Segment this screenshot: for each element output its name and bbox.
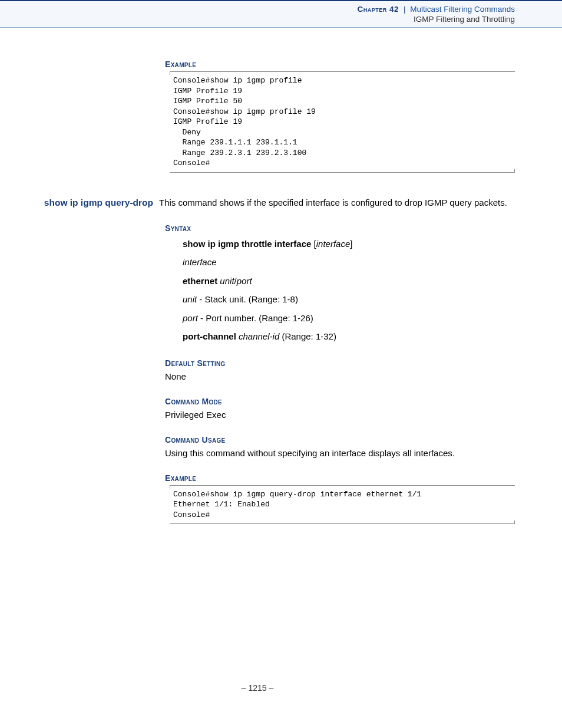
example-box-2: Console#show ip igmp query-drop interfac… [170,485,515,525]
port-desc: - Port number. (Range: 1-26) [198,313,313,323]
command-description: This command shows if the specified inte… [159,196,515,209]
example-heading-2: Example [165,473,515,483]
chapter-subtitle: IGMP Filtering and Throttling [0,14,515,24]
portchannel-label: port-channel [183,331,236,341]
command-mode-body: Privileged Exec [165,409,515,421]
syntax-bracket-close: ] [350,239,352,249]
example-heading-1: Example [165,60,515,69]
interface-label: interface [183,257,217,267]
command-block: show ip igmp query-drop This command sho… [0,196,515,209]
unit-label: unit [183,294,197,304]
example-box-1: Console#show ip igmp profile IGMP Profil… [170,71,515,173]
ethernet-label: ethernet [183,276,217,286]
chapter-number: Chapter 42 [358,5,399,14]
console-output-2: Console#show ip igmp query-drop interfac… [173,489,515,521]
portchannel-arg: channel-id [239,331,279,341]
chapter-title: Multicast Filtering Commands [410,5,515,14]
command-usage-heading: Command Usage [165,435,515,444]
portchannel-desc: (Range: 1-32) [279,331,336,341]
unit-desc: - Stack unit. (Range: 1-8) [197,294,298,304]
syntax-body: show ip igmp throttle interface [interfa… [183,236,515,344]
syntax-arg-interface: interface [316,239,351,249]
default-setting-heading: Default Setting [165,358,515,368]
command-usage-body: Using this command without specifying an… [165,447,515,459]
page-number: – 1215 – [0,683,515,710]
page-header: Chapter 42 | Multicast Filtering Command… [0,0,562,28]
syntax-cmd: show ip igmp throttle interface [183,239,311,249]
port-label: port [183,313,198,323]
ethernet-port: port [237,276,252,286]
command-mode-heading: Command Mode [165,397,515,406]
header-separator: | [401,5,408,14]
command-name: show ip igmp query-drop [0,196,159,209]
console-output-1: Console#show ip igmp profile IGMP Profil… [173,75,515,169]
ethernet-unit: unit [220,276,234,286]
default-setting-body: None [165,370,515,383]
syntax-heading: Syntax [165,223,515,233]
page-body: Example Console#show ip igmp profile IGM… [0,28,562,710]
